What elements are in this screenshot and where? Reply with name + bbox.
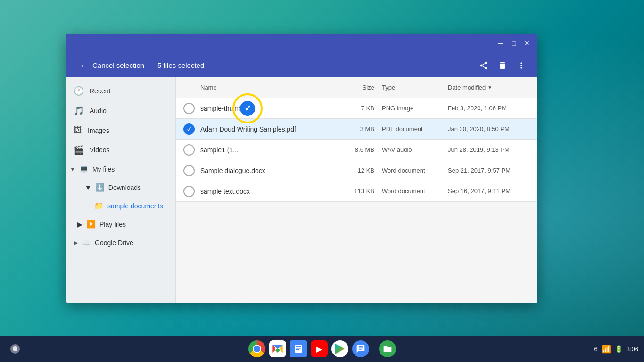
file-checkbox-4[interactable]: [183, 165, 195, 176]
battery-icon: 🔋: [615, 345, 623, 353]
app-header: ← Cancel selection 5 files selected: [66, 53, 537, 77]
cancel-selection-label: Cancel selection: [92, 61, 144, 69]
file-name-1: sample-thumb.png: [200, 105, 337, 112]
taskbar-docs-button[interactable]: [289, 339, 308, 358]
myfiles-header[interactable]: ▼ 💻 My files: [66, 160, 175, 178]
file-name-4: Sample dialogue.docx: [200, 167, 337, 174]
file-name-3: sample1 (1...: [200, 146, 337, 154]
file-size-3: 8.6 MB: [337, 146, 374, 153]
file-type-4: Word document: [374, 167, 440, 174]
delete-button[interactable]: [494, 57, 511, 74]
play-files-header[interactable]: ▶ ▶️ Play files: [74, 215, 175, 233]
table-row[interactable]: sample-thumb.png 7 KB PNG image Feb 3, 2…: [176, 98, 537, 119]
file-checkbox-1[interactable]: [183, 103, 195, 114]
header-actions: [475, 57, 530, 74]
file-size-2: 3 MB: [337, 125, 374, 132]
svg-marker-4: [335, 344, 345, 354]
table-row[interactable]: sample text.docx 113 KB Word document Se…: [176, 181, 537, 202]
gdrive-icon: ☁️: [82, 238, 91, 247]
close-button[interactable]: ✕: [520, 37, 534, 50]
table-row[interactable]: sample1 (1... 8.6 MB WAV audio Jun 28, 2…: [176, 140, 537, 160]
file-size-1: 7 KB: [337, 105, 374, 112]
play-store-icon: [331, 340, 348, 357]
sample-documents-item[interactable]: 📁 sample documents: [89, 197, 175, 215]
svg-rect-0: [295, 345, 302, 353]
file-date-5: Sep 16, 2017, 9:11 PM: [440, 188, 530, 195]
file-size-5: 113 KB: [337, 188, 374, 195]
videos-icon: 🎬: [74, 145, 84, 155]
play-files-icon: ▶️: [86, 220, 96, 229]
folder-icon: 📁: [94, 201, 104, 210]
cancel-selection-button[interactable]: ← Cancel selection: [74, 57, 150, 74]
gmail-icon: [269, 340, 286, 357]
col-size-header: Size: [337, 84, 374, 91]
file-type-2: PDF document: [374, 125, 440, 132]
myfiles-chevron-icon: ▼: [70, 166, 75, 173]
downloads-label: Downloads: [108, 184, 141, 191]
taskbar-chrome-button[interactable]: [248, 339, 266, 358]
docs-icon: [290, 340, 307, 357]
taskbar-divider: [374, 342, 374, 356]
file-type-3: WAV audio: [374, 146, 440, 153]
sidebar-group-myfiles: ▼ 💻 My files ▼ ⬇️ Downloads: [66, 160, 175, 233]
wifi-icon: 📶: [602, 345, 611, 354]
minimize-button[interactable]: ─: [494, 37, 507, 50]
network-strength-label: 6: [594, 346, 597, 353]
clock-display[interactable]: 3:06: [627, 346, 638, 353]
file-list: sample-thumb.png 7 KB PNG image Feb 3, 2…: [176, 98, 537, 303]
audio-icon: 🎵: [74, 106, 84, 116]
file-checkbox-3[interactable]: [183, 144, 195, 156]
taskbar-right: 6 📶 🔋 3:06: [594, 345, 638, 354]
table-header: Name Size Type Date modified ▼: [176, 77, 537, 98]
file-size-4: 12 KB: [337, 167, 374, 174]
sample-documents-label: sample documents: [107, 202, 163, 210]
content-area: 🕐 Recent 🎵 Audio 🖼 Images 🎬 Videos ▼: [66, 77, 537, 303]
taskbar-youtube-button[interactable]: ▶: [310, 339, 329, 358]
myfiles-label: My files: [92, 165, 115, 173]
table-row[interactable]: ✓ Adam Doud Writing Samples.pdf 3 MB PDF…: [176, 119, 537, 140]
taskbar-left: [6, 339, 25, 358]
downloads-sub: 📁 sample documents: [81, 197, 175, 215]
selection-count-label: 5 files selected: [157, 61, 475, 69]
taskbar-play-button[interactable]: [330, 339, 349, 358]
google-drive-header[interactable]: ▶ ☁️ Google Drive: [66, 233, 175, 252]
back-arrow-icon: ←: [79, 60, 89, 71]
taskbar-gmail-button[interactable]: [268, 339, 287, 358]
launcher-button[interactable]: [6, 339, 25, 358]
myfiles-sub: ▼ ⬇️ Downloads 📁 sample documents: [66, 178, 175, 233]
sidebar-item-videos[interactable]: 🎬 Videos: [66, 140, 175, 160]
col-name-header: Name: [200, 84, 337, 91]
images-icon: 🖼: [74, 125, 82, 135]
downloads-group: ▼ ⬇️ Downloads 📁 sample documents: [74, 178, 175, 215]
col-type-header: Type: [374, 84, 440, 91]
table-row[interactable]: Sample dialogue.docx 12 KB Word document…: [176, 160, 537, 181]
file-name-2: Adam Doud Writing Samples.pdf: [200, 125, 337, 133]
svg-rect-3: [296, 349, 299, 350]
svg-rect-2: [296, 348, 301, 349]
sidebar-item-images[interactable]: 🖼 Images: [66, 121, 175, 140]
file-manager-window: ─ □ ✕ ← Cancel selection 5 files selecte…: [66, 34, 537, 303]
play-files-chevron-icon: ▶: [77, 221, 83, 228]
gdrive-chevron-icon: ▶: [74, 239, 78, 246]
play-files-label: Play files: [99, 221, 126, 228]
youtube-icon: ▶: [311, 340, 328, 357]
sidebar-item-audio[interactable]: 🎵 Audio: [66, 101, 175, 121]
main-file-area: Name Size Type Date modified ▼ sample-th…: [175, 77, 537, 303]
sidebar-recent-label: Recent: [90, 87, 110, 95]
downloads-header[interactable]: ▼ ⬇️ Downloads: [81, 178, 175, 197]
share-button[interactable]: [475, 57, 492, 74]
chrome-icon: [248, 340, 265, 357]
myfiles-icon: 💻: [79, 165, 89, 173]
sidebar: 🕐 Recent 🎵 Audio 🖼 Images 🎬 Videos ▼: [66, 77, 175, 303]
file-date-3: Jun 28, 2019, 9:13 PM: [440, 146, 530, 153]
col-date-header[interactable]: Date modified ▼: [440, 84, 530, 91]
svg-rect-1: [296, 346, 301, 347]
file-checkbox-5[interactable]: [183, 186, 195, 197]
taskbar-messages-button[interactable]: [351, 339, 370, 358]
recent-icon: 🕐: [74, 86, 84, 96]
sidebar-item-recent[interactable]: 🕐 Recent: [66, 81, 175, 101]
maximize-button[interactable]: □: [507, 37, 520, 50]
more-options-button[interactable]: [513, 57, 530, 74]
file-checkbox-2[interactable]: ✓: [183, 123, 195, 135]
taskbar-files-button[interactable]: [378, 339, 397, 358]
